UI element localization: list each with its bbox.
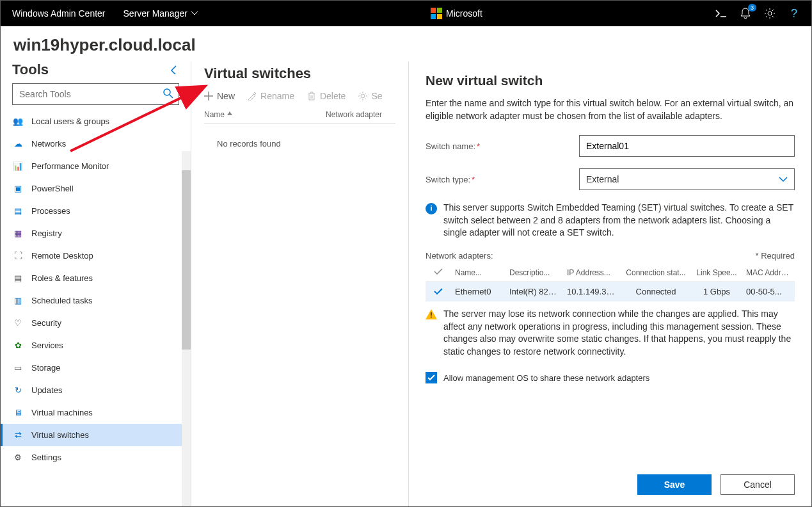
tools-title: Tools (12, 61, 49, 78)
cancel-button[interactable]: Cancel (720, 474, 795, 495)
sidebar-item-storage[interactable]: ▭Storage (1, 357, 191, 379)
sidebar-item-roles-features[interactable]: ▤Roles & features (1, 267, 191, 289)
adapter-speed: 1 Gbps (691, 287, 742, 296)
notifications-badge: 3 (748, 4, 756, 12)
col-adapter-name[interactable]: Name... (451, 268, 506, 277)
sidebar-item-local-users-groups[interactable]: 👥Local users & groups (1, 110, 191, 133)
delete-button-label: Delete (320, 91, 346, 101)
panel-title: New virtual switch (426, 73, 795, 88)
settings-button[interactable]: Se (358, 91, 382, 101)
tool-icon: ▣ (12, 184, 24, 193)
col-adapter-speed[interactable]: Link Spee... (691, 268, 742, 277)
sidebar-item-updates[interactable]: ↻Updates (1, 379, 191, 401)
console-icon[interactable] (715, 8, 727, 19)
tool-icon: ▦ (12, 229, 24, 238)
tool-label: Virtual switches (31, 430, 89, 440)
settings-button-label: Se (371, 91, 382, 101)
microsoft-logo-icon (431, 8, 442, 19)
toolbar: New Rename Delete Se (204, 91, 395, 101)
warning-icon (426, 309, 437, 319)
tool-icon: ☁ (12, 140, 24, 149)
svg-point-1 (164, 89, 170, 95)
tool-label: PowerShell (31, 184, 74, 193)
tool-label: Performance Monitor (31, 161, 109, 171)
sidebar-item-registry[interactable]: ▦Registry (1, 222, 191, 245)
sidebar-item-virtual-switches[interactable]: ⇄Virtual switches (1, 424, 191, 446)
tools-search-input[interactable] (12, 83, 179, 105)
rename-button[interactable]: Rename (248, 91, 294, 101)
sidebar-item-performance-monitor[interactable]: 📊Performance Monitor (1, 155, 191, 177)
info-message: i This server supports Switch Embedded T… (426, 202, 795, 239)
tool-label: Processes (31, 206, 70, 216)
required-label: * Required (756, 251, 795, 261)
info-icon: i (426, 203, 437, 214)
sidebar-item-security[interactable]: ♡Security (1, 312, 191, 334)
server-manager-dropdown[interactable]: Server Manager (123, 8, 198, 19)
tool-label: Scheduled tasks (31, 296, 92, 305)
new-button[interactable]: New (204, 91, 235, 101)
sidebar-item-remote-desktop[interactable]: ⛶Remote Desktop (1, 245, 191, 267)
col-adapter-desc[interactable]: Descriptio... (506, 268, 563, 277)
tool-icon: ▭ (12, 364, 24, 373)
sidebar-item-networks[interactable]: ☁Networks (1, 133, 191, 155)
tools-list: 👥Local users & groups☁Networks📊Performan… (1, 110, 191, 506)
new-button-label: New (217, 91, 235, 101)
adapter-conn: Connected (621, 287, 691, 296)
panel-intro: Enter the name and switch type for this … (426, 97, 795, 122)
pencil-icon (248, 92, 257, 101)
svg-point-2 (361, 94, 365, 98)
col-name-label: Name (204, 110, 225, 119)
delete-button[interactable]: Delete (307, 91, 346, 101)
allow-mgmt-checkbox[interactable] (426, 372, 437, 383)
sidebar-item-processes[interactable]: ▤Processes (1, 200, 191, 222)
allow-mgmt-row[interactable]: Allow management OS to share these netwo… (426, 372, 795, 383)
sidebar-item-powershell[interactable]: ▣PowerShell (1, 177, 191, 200)
switch-type-value: External (586, 174, 619, 184)
collapse-sidebar-icon[interactable] (170, 65, 179, 74)
save-button[interactable]: Save (637, 474, 712, 495)
topbar: Windows Admin Center Server Manager Micr… (1, 1, 811, 26)
tool-icon: ▤ (12, 207, 24, 216)
col-adapter-mac[interactable]: MAC Addre... (742, 268, 795, 277)
svg-point-0 (768, 12, 772, 15)
settings-icon[interactable] (764, 8, 776, 19)
tool-icon: ↻ (12, 386, 24, 395)
sort-asc-icon (227, 111, 232, 118)
switch-name-label: Switch name:* (426, 141, 579, 151)
adapter-row-check[interactable] (426, 288, 451, 294)
adapter-row[interactable]: Ethernet0 Intel(R) 825... 10.1.149.37...… (426, 282, 795, 302)
tool-label: Registry (31, 229, 62, 238)
help-icon[interactable]: ? (788, 8, 800, 19)
tool-icon: 👥 (12, 117, 24, 126)
tool-icon: ▤ (12, 274, 24, 283)
tool-icon: ⚙ (12, 453, 24, 462)
sidebar-item-services[interactable]: ✿Services (1, 334, 191, 357)
chevron-down-icon (779, 177, 788, 182)
adapters-label: Network adapters: (426, 251, 493, 261)
tools-scrollbar-thumb[interactable] (182, 170, 191, 350)
col-adapter-ip[interactable]: IP Address... (563, 268, 621, 277)
adapters-table-header: Name... Descriptio... IP Address... Conn… (426, 264, 795, 282)
tool-label: Services (31, 341, 63, 350)
tool-icon: ▥ (12, 296, 24, 305)
search-icon[interactable] (163, 88, 174, 99)
tool-icon: ⛶ (12, 252, 24, 261)
grid-empty-text: No records found (204, 124, 395, 164)
warning-text: The server may lose its network connecti… (443, 308, 795, 358)
host-title: win19hyper.cloud.local (1, 26, 811, 61)
sidebar-item-scheduled-tasks[interactable]: ▥Scheduled tasks (1, 289, 191, 312)
adapter-name: Ethernet0 (451, 287, 506, 296)
notifications-icon[interactable]: 3 (740, 8, 751, 19)
brand-title[interactable]: Windows Admin Center (12, 8, 106, 19)
col-name-header[interactable]: Name (204, 110, 326, 119)
main-content: Virtual switches New Rename Delete Se (191, 61, 408, 506)
switch-name-input[interactable] (579, 135, 795, 157)
col-adapter-header[interactable]: Network adapter (326, 110, 382, 119)
sidebar-item-virtual-machines[interactable]: 🖥Virtual machines (1, 401, 191, 424)
page-title: Virtual switches (204, 65, 395, 82)
col-check-header[interactable] (426, 268, 451, 277)
switch-type-select[interactable]: External (579, 168, 795, 190)
col-adapter-conn[interactable]: Connection stat... (621, 268, 691, 277)
sidebar-item-settings[interactable]: ⚙Settings (1, 446, 191, 469)
tool-icon: ⇄ (12, 431, 24, 440)
